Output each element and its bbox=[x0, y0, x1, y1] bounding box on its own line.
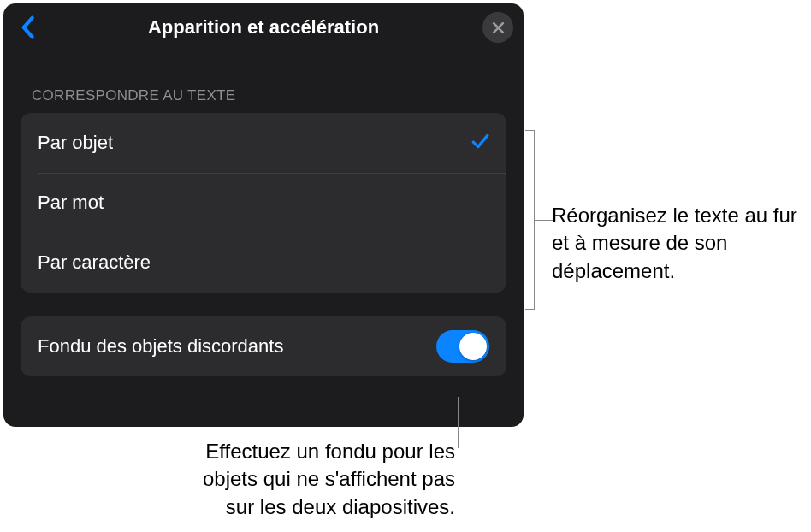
toggle-knob bbox=[459, 333, 487, 360]
panel-header: Apparition et accélération bbox=[3, 3, 524, 51]
fade-unmatched-toggle-row: Fondu des objets discordants bbox=[21, 316, 506, 376]
section-header: CORRESPONDRE AU TEXTE bbox=[3, 51, 524, 113]
option-by-character[interactable]: Par caractère bbox=[21, 233, 506, 293]
close-icon bbox=[492, 21, 505, 34]
callout-fade-objects: Effectuez un fondu pour les objets qui n… bbox=[173, 438, 455, 521]
fade-unmatched-toggle[interactable] bbox=[436, 330, 489, 363]
panel-title: Apparition et accélération bbox=[148, 16, 379, 38]
option-by-word[interactable]: Par mot bbox=[21, 173, 506, 233]
close-button[interactable] bbox=[482, 12, 513, 43]
option-by-object[interactable]: Par objet bbox=[21, 113, 506, 173]
option-label: Par caractère bbox=[38, 251, 151, 274]
settings-panel: Apparition et accélération CORRESPONDRE … bbox=[3, 3, 524, 427]
chevron-left-icon bbox=[20, 15, 35, 39]
callout-reorder-text: Réorganisez le texte au fur et à mesure … bbox=[552, 202, 800, 285]
callout-line bbox=[458, 397, 459, 448]
checkmark-icon bbox=[471, 132, 489, 154]
text-match-options: Par objet Par mot Par caractère bbox=[21, 113, 506, 293]
fade-toggle-section: Fondu des objets discordants bbox=[21, 316, 506, 376]
option-label: Par mot bbox=[38, 192, 104, 214]
back-button[interactable] bbox=[14, 14, 41, 41]
option-label: Par objet bbox=[38, 132, 113, 154]
toggle-label: Fondu des objets discordants bbox=[38, 335, 283, 358]
callout-bracket bbox=[525, 130, 542, 310]
